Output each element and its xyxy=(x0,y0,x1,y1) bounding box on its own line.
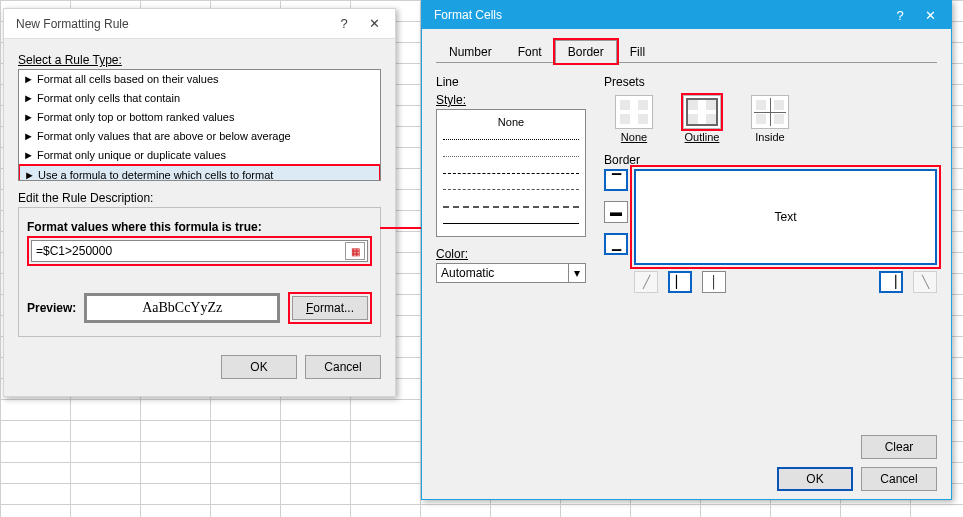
rule-type-item[interactable]: ► Format only cells that contain xyxy=(19,89,380,108)
line-style-none[interactable]: None xyxy=(443,115,579,130)
color-select-value: Automatic xyxy=(441,266,494,280)
format-cells-dialog: Format Cells ? ✕ Number Font Border Fill… xyxy=(421,0,952,500)
dlg2-close-button[interactable]: ✕ xyxy=(915,8,945,23)
format-button[interactable]: Format... xyxy=(292,296,368,320)
line-style-item[interactable] xyxy=(443,166,579,181)
dlg2-title: Format Cells xyxy=(428,8,885,22)
formula-label: Format values where this formula is true… xyxy=(27,220,372,234)
color-label: Color: xyxy=(436,247,586,261)
presets-label: Presets xyxy=(604,75,937,89)
chevron-down-icon: ▾ xyxy=(568,264,585,282)
preset-inside[interactable]: Inside xyxy=(744,95,796,143)
tab-font[interactable]: Font xyxy=(505,40,555,63)
border-preview: Text xyxy=(634,169,937,265)
rule-type-listbox[interactable]: ► Format all cells based on their values… xyxy=(18,69,381,181)
formula-input[interactable] xyxy=(32,242,345,260)
tabs: Number Font Border Fill xyxy=(436,39,937,63)
preview-sample: AaBbCcYyZz xyxy=(84,293,280,323)
line-style-item[interactable] xyxy=(443,182,579,197)
tab-border[interactable]: Border xyxy=(555,40,617,63)
style-label: Style: xyxy=(436,93,586,107)
rule-type-item[interactable]: ► Format only unique or duplicate values xyxy=(19,146,380,165)
dlg1-close-button[interactable]: ✕ xyxy=(359,16,389,31)
tab-fill[interactable]: Fill xyxy=(617,40,658,63)
new-formatting-rule-dialog: New Formatting Rule ? ✕ Select a Rule Ty… xyxy=(3,8,396,397)
dlg2-cancel-button[interactable]: Cancel xyxy=(861,467,937,491)
color-select[interactable]: Automatic ▾ xyxy=(436,263,586,283)
rule-type-item[interactable]: ► Format all cells based on their values xyxy=(19,70,380,89)
border-bottom-button[interactable]: ▁ xyxy=(604,233,628,255)
clear-button[interactable]: Clear xyxy=(861,435,937,459)
preset-outline[interactable]: Outline xyxy=(676,95,728,143)
border-top-button[interactable]: ▔ xyxy=(604,169,628,191)
border-diag-down-button[interactable]: ╲ xyxy=(913,271,937,293)
dlg1-title: New Formatting Rule xyxy=(10,17,329,31)
rule-type-item[interactable]: ► Format only top or bottom ranked value… xyxy=(19,108,380,127)
line-style-listbox[interactable]: None xyxy=(436,109,586,237)
preset-none[interactable]: None xyxy=(608,95,660,143)
border-group-label: Border xyxy=(604,153,937,167)
preview-label: Preview: xyxy=(27,301,76,315)
border-right-button[interactable]: ▕ xyxy=(879,271,903,293)
line-style-item[interactable] xyxy=(443,216,579,231)
line-style-item[interactable] xyxy=(443,132,579,147)
line-group-label: Line xyxy=(436,75,586,89)
formula-input-row: ▦ xyxy=(31,240,368,262)
dlg1-titlebar[interactable]: New Formatting Rule ? ✕ xyxy=(4,9,395,39)
rule-type-item-selected[interactable]: ► Use a formula to determine which cells… xyxy=(18,164,381,181)
line-style-item[interactable] xyxy=(443,149,579,164)
tab-number[interactable]: Number xyxy=(436,40,505,63)
rule-type-item[interactable]: ► Format only values that are above or b… xyxy=(19,127,380,146)
line-style-item[interactable] xyxy=(443,199,579,214)
dlg2-help-button[interactable]: ? xyxy=(885,8,915,23)
border-middle-h-button[interactable]: ▬ xyxy=(604,201,628,223)
edit-rule-description-label: Edit the Rule Description: xyxy=(18,191,381,205)
border-left-button[interactable]: ▏ xyxy=(668,271,692,293)
border-diag-up-button[interactable]: ╱ xyxy=(634,271,658,293)
dlg2-ok-button[interactable]: OK xyxy=(777,467,853,491)
dlg2-titlebar[interactable]: Format Cells ? ✕ xyxy=(422,1,951,29)
dlg1-help-button[interactable]: ? xyxy=(329,16,359,31)
border-middle-v-button[interactable]: │ xyxy=(702,271,726,293)
dlg1-ok-button[interactable]: OK xyxy=(221,355,297,379)
range-selector-icon[interactable]: ▦ xyxy=(345,242,365,260)
dlg1-cancel-button[interactable]: Cancel xyxy=(305,355,381,379)
select-rule-type-label: Select a Rule Type: xyxy=(18,53,381,67)
